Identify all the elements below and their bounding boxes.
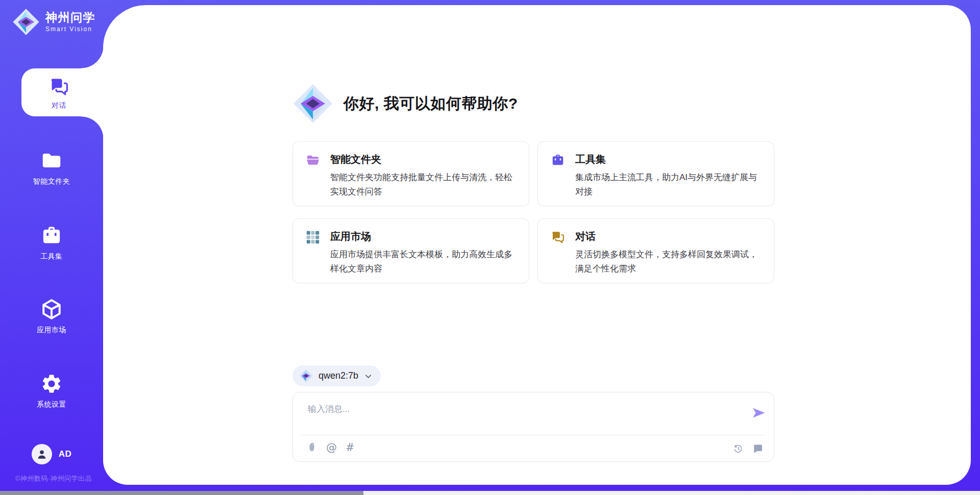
card-description: 应用市场提供丰富长文本模板，助力高效生成多样化文章内容: [330, 247, 516, 276]
greeting-text: 你好, 我可以如何帮助你?: [344, 93, 518, 114]
app-logo-icon: [292, 83, 333, 124]
card-description: 集成市场上主流工具，助力AI与外界无缝扩展与对接: [575, 170, 761, 199]
active-tab-top-curve: [81, 46, 104, 68]
copyright: ©神州数码·神州问学出品: [0, 474, 107, 483]
toolbox-icon: [40, 224, 63, 247]
user-initials: AD: [59, 449, 72, 459]
gear-icon: [40, 372, 63, 395]
model-selector[interactable]: qwen2:7b: [292, 365, 381, 386]
brand-subtitle: Smart Vision: [45, 26, 95, 33]
cube-icon: [40, 298, 63, 321]
composer-divider: [301, 435, 766, 435]
toolbox-icon: [551, 153, 565, 167]
attachment-icon[interactable]: [306, 442, 317, 453]
card-chat[interactable]: 对话 灵活切换多模型文件，支持多样回复效果调试，满足个性化需求: [537, 218, 774, 283]
horizontal-scrollbar-track[interactable]: [0, 491, 980, 495]
sidebar-item-label: 应用市场: [37, 326, 66, 335]
sidebar-item-label: 工具集: [40, 252, 63, 261]
card-smart-folder[interactable]: 智能文件夹 智能文件夹功能支持批量文件上传与清洗，轻松实现文件问答: [292, 141, 529, 206]
hashtag-icon[interactable]: #: [346, 441, 355, 454]
user-menu[interactable]: AD: [0, 444, 103, 464]
chat-icon: [551, 230, 565, 244]
chevron-down-icon: [364, 372, 373, 381]
grid-icon: [306, 230, 320, 244]
chat-icon: [47, 75, 71, 98]
folder-icon: [306, 153, 320, 167]
card-toolset[interactable]: 工具集 集成市场上主流工具，助力AI与外界无缝扩展与对接: [537, 141, 774, 206]
card-title: 对话: [575, 230, 761, 243]
avatar: [32, 444, 52, 464]
greeting: 你好, 我可以如何帮助你?: [292, 83, 518, 124]
active-tab-bottom-curve: [81, 116, 104, 139]
card-title: 应用市场: [330, 230, 516, 243]
model-name: qwen2:7b: [318, 370, 358, 381]
card-description: 智能文件夹功能支持批量文件上传与清洗，轻松实现文件问答: [330, 170, 516, 199]
send-icon[interactable]: [751, 405, 766, 420]
sidebar-item-smart-folder[interactable]: 智能文件夹: [0, 149, 103, 186]
mention-icon[interactable]: @: [326, 441, 337, 454]
sidebar-item-label: 智能文件夹: [33, 177, 70, 186]
sidebar-item-label: 对话: [52, 101, 66, 110]
sidebar-item-label: 系统设置: [37, 400, 66, 409]
model-logo-icon: [299, 369, 313, 383]
message-input[interactable]: [307, 402, 736, 429]
card-title: 智能文件夹: [330, 153, 516, 166]
card-title: 工具集: [575, 153, 761, 166]
sidebar-item-toolset[interactable]: 工具集: [0, 224, 103, 261]
message-composer: @ #: [292, 392, 774, 462]
card-app-market[interactable]: 应用市场 应用市场提供丰富长文本模板，助力高效生成多样化文章内容: [292, 218, 529, 283]
feature-cards: 智能文件夹 智能文件夹功能支持批量文件上传与清洗，轻松实现文件问答 工具集 集成…: [292, 141, 774, 283]
brand-name: 神州问学: [45, 11, 95, 24]
sidebar-item-app-market[interactable]: 应用市场: [0, 298, 103, 335]
horizontal-scrollbar-thumb[interactable]: [0, 491, 363, 495]
card-description: 灵活切换多模型文件，支持多样回复效果调试，满足个性化需求: [575, 247, 761, 276]
brand-logo-icon: [12, 8, 40, 36]
sidebar-item-chat[interactable]: 对话: [21, 68, 104, 116]
sidebar-item-settings[interactable]: 系统设置: [0, 372, 103, 409]
chat-bubble-icon[interactable]: [752, 443, 764, 454]
folder-icon: [40, 149, 63, 172]
history-icon[interactable]: [733, 443, 744, 454]
brand[interactable]: 神州问学 Smart Vision: [12, 8, 95, 36]
